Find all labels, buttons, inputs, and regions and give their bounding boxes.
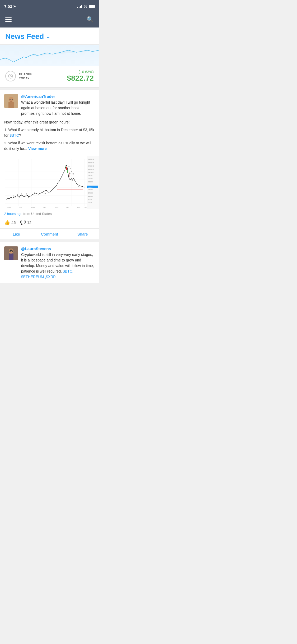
post-para-3: 1. What if we already hit bottom in Dece… (4, 127, 95, 138)
svg-rect-25 (65, 166, 65, 168)
svg-text:7100.0: 7100.0 (88, 178, 93, 180)
svg-text:3125.5: 3125.5 (88, 186, 93, 188)
svg-point-8 (12, 99, 13, 100)
like-button[interactable]: Like (0, 229, 33, 240)
svg-text:1: 1 (13, 195, 14, 197)
change-percent: (+0.63%) (67, 70, 94, 74)
svg-text:3: 3 (17, 194, 18, 196)
menu-button[interactable] (5, 17, 12, 22)
signal-icon (77, 5, 82, 8)
news-feed-dropdown[interactable]: News Feed ⌄ (5, 32, 94, 41)
post-card-2: @LauraStevens Cryptoworld is still in ve… (0, 242, 99, 283)
svg-text:6: 6 (71, 171, 72, 173)
change-today-label: CHANGETODAY (19, 72, 32, 81)
post-username-1[interactable]: @AmericanTrader (21, 94, 95, 99)
svg-text:7: 7 (70, 168, 71, 169)
avatar-image-2 (4, 246, 18, 260)
location-arrow-icon: ➤ (13, 4, 16, 8)
hamburger-line-3 (5, 21, 12, 22)
post-location: from United States (23, 212, 52, 216)
time-display: 7:03 (4, 4, 12, 9)
svg-text:2: 2 (15, 197, 16, 199)
sparkline-chart (0, 45, 99, 66)
svg-text:34500.0: 34500.0 (88, 165, 94, 167)
svg-text:6: 6 (24, 195, 25, 197)
post-body-1: Now, today, after this great green hours… (0, 119, 99, 156)
svg-text:510.0: 510.0 (88, 202, 92, 203)
comment-count: 💬 12 (20, 219, 32, 225)
svg-text:1750.0: 1750.0 (88, 192, 93, 194)
post-username-2[interactable]: @LauraStevens (21, 246, 95, 251)
svg-text:5: 5 (21, 193, 22, 195)
svg-rect-27 (67, 170, 68, 173)
svg-text:9: 9 (34, 192, 35, 194)
svg-rect-72 (9, 254, 13, 260)
app-header: 🔍 (0, 12, 99, 27)
svg-text:10: 10 (44, 193, 46, 195)
battery-icon (89, 5, 95, 8)
svg-line-2 (11, 76, 12, 77)
post-text-4: 2. What if we wont revisit bottom as usu… (4, 141, 91, 151)
post-header-2: @LauraStevens Cryptoworld is still in ve… (0, 242, 99, 283)
price-card: CHANGETODAY (+0.63%) $822.72 (0, 45, 99, 88)
post-text-3b: ? (19, 133, 21, 137)
status-time: 7:03 ➤ (4, 4, 16, 9)
svg-text:60000.0: 60000.0 (88, 158, 94, 160)
btc-link[interactable]: $BTC (10, 133, 19, 137)
svg-point-74 (12, 251, 13, 252)
svg-text:8: 8 (73, 173, 74, 175)
svg-text:8: 8 (28, 196, 29, 198)
svg-text:4: 4 (69, 172, 70, 174)
post-text-inline-1: What a wonderful last day! I will go ton… (21, 100, 95, 116)
svg-rect-75 (10, 250, 13, 251)
hamburger-line-1 (5, 17, 12, 18)
btc-link-2[interactable]: $BTC, $ETHEREUM ,$XRP. (21, 269, 73, 279)
comment-button[interactable]: Comment (33, 229, 66, 240)
status-icons: ⌘ (77, 4, 95, 8)
post-header-1: @AmericanTrader What a wonderful last da… (0, 90, 99, 119)
svg-text:2015: 2015 (31, 206, 35, 208)
chevron-down-icon: ⌄ (46, 33, 50, 40)
view-more-button[interactable]: View more (28, 146, 47, 151)
post-card-1: @AmericanTrader What a wonderful last da… (0, 90, 99, 240)
post-text-2: Cryptoworld is still in very-very early … (21, 252, 95, 280)
svg-text:Jun: Jun (43, 206, 46, 208)
comment-bubble-icon: 💬 (20, 219, 26, 225)
hamburger-line-2 (5, 19, 12, 20)
post-content-2: @LauraStevens Cryptoworld is still in ve… (21, 246, 95, 280)
svg-point-7 (10, 99, 11, 100)
likes-number: 46 (11, 220, 16, 225)
search-icon[interactable]: 🔍 (87, 16, 94, 23)
avatar-image-1 (4, 94, 18, 108)
svg-text:2: 2 (67, 168, 68, 170)
post-time: 2 hours ago (4, 212, 22, 216)
post-text-1a: What a wonderful last day! I will go ton… (21, 100, 90, 116)
svg-text:4: 4 (19, 196, 20, 198)
post-actions-1: Like Comment Share (0, 228, 99, 240)
share-button[interactable]: Share (66, 229, 99, 240)
svg-text:10: 10 (78, 186, 80, 187)
btc-chart: 60000.0 52000.0 34500.0 22500.0 14000.0 … (0, 156, 99, 209)
svg-text:2016: 2016 (55, 206, 59, 208)
change-label-area: CHANGETODAY (5, 71, 32, 81)
svg-point-73 (10, 251, 11, 252)
comments-number: 12 (27, 220, 32, 225)
svg-text:Jun: Jun (84, 206, 87, 208)
svg-text:2790.0: 2790.0 (88, 189, 93, 191)
svg-text:1100.0: 1100.0 (88, 195, 93, 197)
svg-text:22500.0: 22500.0 (88, 168, 94, 170)
status-bar: 7:03 ➤ ⌘ (0, 0, 99, 12)
post-content-1: @AmericanTrader What a wonderful last da… (21, 94, 95, 116)
price-amount: $822.72 (67, 74, 94, 82)
svg-text:9800.0: 9800.0 (88, 175, 93, 176)
post-stats-1: 👍 46 💬 12 (0, 217, 99, 228)
svg-text:5010.0: 5010.0 (88, 181, 93, 183)
svg-text:750.0: 750.0 (88, 199, 92, 200)
svg-text:14000.0: 14000.0 (88, 172, 94, 173)
svg-text:52000.0: 52000.0 (88, 162, 94, 164)
avatar-laura-stevens (4, 246, 18, 260)
clock-icon (5, 71, 16, 81)
svg-text:Jun: Jun (19, 206, 22, 208)
price-values: (+0.63%) $822.72 (67, 70, 94, 82)
page-title-area: News Feed ⌄ (0, 27, 99, 45)
